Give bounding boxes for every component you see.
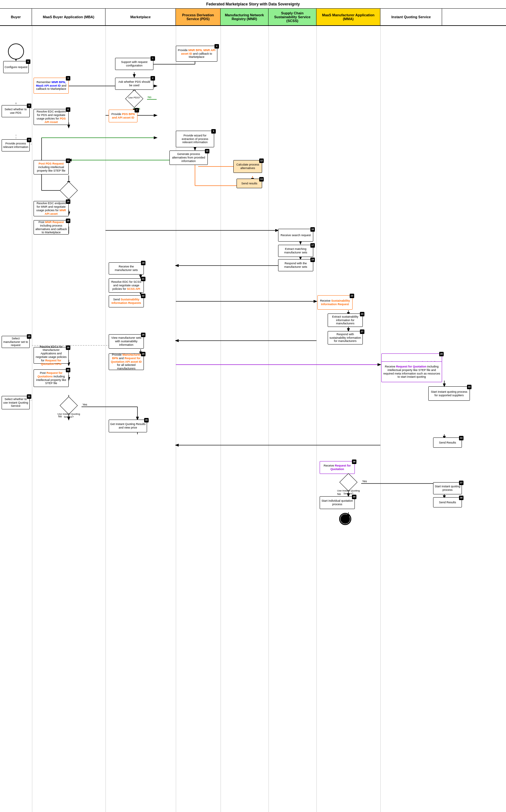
vline-5 xyxy=(268,26,269,812)
node-10-label: Generate process alternatives from provi… xyxy=(171,153,206,163)
node-0: Configure request 0 xyxy=(6,43,22,60)
node-7-label: Provide PDS BPN and API asset ID xyxy=(110,112,136,119)
node-14-label: Resolve EDC endpoint for MNR and negotia… xyxy=(35,202,68,215)
node-26-box: View manufacturer sets with sustainabili… xyxy=(109,334,144,349)
node-14-box: Resolve EDC endpoint for MNR and negotia… xyxy=(33,201,69,216)
node-21-box: Resolve EDC for SCSS and negotiate usage… xyxy=(109,278,144,293)
node-16-label: Receive search request xyxy=(281,234,311,237)
svg-text:No: No xyxy=(148,96,152,99)
node-18-box: Receive the manufacturer sets 18 xyxy=(109,262,144,274)
node-9-box: Provide wizard for extraction of process… xyxy=(176,131,214,147)
header-mma: MaaS Manufacturer Application (MMA) xyxy=(317,9,381,25)
node-24-label: Extract sustainability information for m… xyxy=(329,315,361,325)
node-17-label: Extract matching manufacturer sets xyxy=(279,247,312,254)
node-17-box: Extract matching manufacturer sets 17 xyxy=(278,245,313,257)
diamond-iqs: Use Instant Quoting Service? xyxy=(62,399,75,412)
node-6-box: Resolve EDC endpoint for PDS and negotia… xyxy=(33,109,69,125)
svg-text:Yes: Yes xyxy=(362,480,367,483)
node-18-label: Receive the manufacturer sets xyxy=(110,265,143,272)
node-7-box: Provide PDS BPN and API asset ID 7 xyxy=(109,110,138,122)
swimlane-headers: Buyer MaaS Buyer Application (MBA) Marke… xyxy=(0,9,506,26)
node-36-label: Receive Request for Quotation xyxy=(321,464,353,471)
node-33-label: Start instant quoting process for suppor… xyxy=(430,390,469,397)
node-end xyxy=(340,514,350,524)
node-37-label: Start instant quoting process xyxy=(434,485,460,492)
node-0-label: Configure request xyxy=(4,66,27,69)
header-scss: Supply Chain Sustainability Service (SCS… xyxy=(268,9,317,25)
node-11-label: Post PDS Request including intellectual … xyxy=(35,162,68,172)
diamond-loop xyxy=(62,184,75,197)
node-resolve-edcs-label: Resolve EDCs for Manufacturer Applicatio… xyxy=(35,345,68,366)
node-5-box: Select whether to use PDS 5 xyxy=(2,105,30,117)
node-22-label: Send Sustainability Information Requests xyxy=(110,298,143,305)
node-39-box: Start individual quotation process 39 xyxy=(320,496,355,509)
vline-2 xyxy=(105,26,106,812)
node-30-label: Post Request for Quotations including in… xyxy=(35,371,68,385)
node-4-label: Provide MNR BPN, MNR API asset ID and ca… xyxy=(177,49,216,59)
node-39-label: Start individual quotation process xyxy=(321,499,353,506)
node-13-box: Send results 13 xyxy=(237,179,262,188)
page-container: Federated Marketplace Story with Data So… xyxy=(0,0,506,812)
node-11-box: Post PDS Request including intellectual … xyxy=(33,160,69,175)
vline-4 xyxy=(221,26,221,812)
node-15-label: Post MNR Request including process alter… xyxy=(35,220,68,234)
svg-text:No: No xyxy=(337,492,341,495)
node-8-label: Provide process relevant information xyxy=(3,142,28,149)
node-38-label: Send Results xyxy=(439,501,456,504)
node-19-label: Respond with the manufacturer sets xyxy=(279,262,312,269)
vline-7 xyxy=(381,26,381,812)
node-34-box: Send Results 34 xyxy=(433,438,462,448)
node-4-box: Provide MNR BPN, MNR API asset ID and ca… xyxy=(176,46,218,62)
node-27-box: Respond with sustainability information … xyxy=(328,331,363,345)
node-31-box: Select whether to use Instant Quoting Se… xyxy=(2,396,30,410)
node-12-label: Calculate process alternatives xyxy=(235,163,261,170)
node-23-box: Receive Sustainability Information Reque… xyxy=(317,295,353,310)
svg-text:No: No xyxy=(58,415,62,418)
node-34-label: Send Results xyxy=(439,441,456,445)
header-pds: Process Derivation Service (PDS) xyxy=(176,9,221,25)
diamond-pds: Use PDS? xyxy=(128,92,141,105)
node-0-box: Configure request 0 xyxy=(3,61,29,73)
node-32-box: Receive Request for Quotation including … xyxy=(381,361,442,382)
node-resolve-edcs-box: Resolve EDCs for Manufacturer Applicatio… xyxy=(33,347,69,364)
node-26-label: View manufacturer sets with sustainabili… xyxy=(110,336,143,346)
node-29-box: Provide Manufacturer BPN and Request for… xyxy=(109,353,144,370)
node-29-label: Provide Manufacturer BPN and Request for… xyxy=(110,353,143,370)
node-15-box: Post MNR Request including process alter… xyxy=(33,220,69,235)
node-8-box: Provide process relevant information 8 xyxy=(2,139,30,152)
node-33-box: Start instant quoting process for suppor… xyxy=(428,386,470,401)
node-35-box: Get Instant Quoting Results and view pri… xyxy=(109,420,147,432)
node-10-box: Generate process alternatives from provi… xyxy=(169,151,208,165)
node-30-box: Post Request for Quotations including in… xyxy=(33,369,69,387)
node-23-label: Receive Sustainability Information Reque… xyxy=(319,299,351,306)
node-5-label: Select whether to use PDS xyxy=(3,108,28,115)
header-buyer: Buyer xyxy=(0,9,32,25)
header-marketplace: Marketplace xyxy=(105,9,176,25)
node-1-box: Support with request configuration 1 xyxy=(115,58,153,70)
node-13-label: Send results xyxy=(241,182,257,185)
diagram-body: No Yes xyxy=(0,26,506,812)
node-25-box: Select manufacturer set to request 25 xyxy=(2,336,30,348)
page-title: Federated Marketplace Story with Data So… xyxy=(0,0,506,9)
node-25-label: Select manufacturer set to request xyxy=(3,337,28,347)
node-24-box: Extract sustainability information for m… xyxy=(328,313,363,327)
node-22-box: Send Sustainability Information Requests… xyxy=(109,295,144,307)
header-mnr: Manufacturing Network Registry (MNR) xyxy=(221,9,268,25)
arrows-svg: No Yes xyxy=(0,26,506,812)
node-21-label: Resolve EDC for SCSS and negotiate usage… xyxy=(110,280,143,290)
node-16-box: Receive search request 16 xyxy=(278,229,313,242)
header-mba: MaaS Buyer Application (MBA) xyxy=(32,9,105,25)
svg-text:Yes: Yes xyxy=(82,403,87,406)
node-38-box: Send Results 38 xyxy=(433,497,462,508)
node-31-label: Select whether to use Instant Quoting Se… xyxy=(3,397,28,408)
node-32-label: Receive Request for Quotation including … xyxy=(383,365,441,379)
node-35-label: Get Instant Quoting Results and view pri… xyxy=(110,423,146,430)
diamond-iqs2: Use Instant Quoting Service? xyxy=(342,476,355,488)
node-3-box: Remember MNR BPN, MaaS API asset ID and … xyxy=(33,78,69,94)
node-36-box: Receive Request for Quotation 36 xyxy=(320,461,355,474)
header-iqs: Instant Quoting Service xyxy=(381,9,442,25)
node-3-label: Remember MNR BPN, MaaS API asset ID and … xyxy=(35,81,68,91)
node-1-label: Support with request configuration xyxy=(116,61,152,68)
node-9-label: Provide wizard for extraction of process… xyxy=(177,134,213,144)
node-19-box: Respond with the manufacturer sets 19 xyxy=(278,259,313,271)
